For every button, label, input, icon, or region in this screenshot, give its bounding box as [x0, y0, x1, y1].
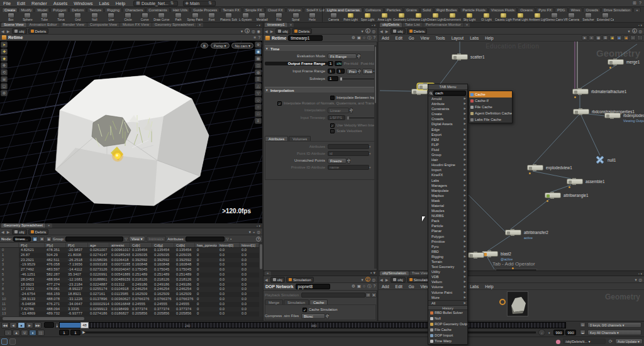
shelf-tool-tube[interactable]: Tube: [36, 12, 53, 23]
tab-menu-category-polygon[interactable]: Polygon▶: [428, 234, 467, 239]
network-menu-view[interactable]: View: [417, 36, 432, 40]
nav-root-chip[interactable]: obj: [391, 277, 405, 282]
auto-key-icon[interactable]: ⬧: [29, 330, 36, 336]
sim-toggle-icon[interactable]: ♟: [13, 330, 20, 336]
tab-menu-category-houdini-engine[interactable]: Houdini Engine▶: [428, 162, 467, 167]
tab-menu-history-file-cache[interactable]: File Cache: [428, 327, 467, 333]
tab-menu-category-nurbs[interactable]: NURBS▶: [428, 213, 467, 218]
stop-button[interactable]: ■: [18, 322, 25, 328]
tab-menu-category-fem[interactable]: FEM▶: [428, 137, 467, 142]
snap-icon[interactable]: ⊞: [1, 76, 8, 82]
shelf-tool-geometry-light[interactable]: Geometry Light: [393, 12, 410, 23]
section-interpolation[interactable]: Interpolation: [265, 87, 376, 92]
key-all-channels-dropdown[interactable]: Key All Channels ▾: [587, 330, 641, 335]
simulation-network-pane[interactable]: obj/SimulationTree View+▪ ▾ ◀▶ obj Simul…: [379, 271, 644, 321]
tab-menu-result-labs-file-cache[interactable]: Labs File Cache: [469, 116, 512, 123]
shelf-tab-polygon[interactable]: Polygon: [50, 8, 69, 12]
timeline-track[interactable]: 48 240480720: [59, 322, 566, 328]
dopnet-tab-merge[interactable]: Merge: [265, 299, 283, 304]
vis-icon[interactable]: ≡: [255, 118, 262, 124]
vertices-view-icon[interactable]: ✱: [39, 237, 45, 242]
forward-icon[interactable]: ▶: [269, 29, 275, 33]
shelf-tool-switcher[interactable]: Switcher: [580, 12, 597, 23]
pane-menu-icon[interactable]: ▪ ▾: [638, 23, 644, 27]
shelf-tab-volume[interactable]: Volume: [286, 8, 303, 12]
menu-assets[interactable]: Assets: [50, 1, 71, 6]
select-icon[interactable]: ▣: [357, 284, 361, 289]
attributes-filter-field[interactable]: [186, 237, 225, 242]
tab-menu-category-terrain[interactable]: Terrain▶: [428, 259, 467, 264]
info-icon[interactable]: ⓘ: [367, 35, 372, 41]
tab-menu-category-pack[interactable]: Pack▶: [428, 218, 467, 223]
shelf-tool-area-light[interactable]: Area Light: [376, 12, 393, 23]
range-slider-handle[interactable]: ▶: [82, 330, 86, 334]
spinner-icon[interactable]: ▲▼: [347, 158, 350, 164]
wire-icon[interactable]: ○: [255, 104, 262, 110]
node-unnamed[interactable]: [468, 252, 484, 258]
select-icon[interactable]: ➤: [1, 42, 8, 48]
shelf-tool-box[interactable]: Box: [3, 12, 19, 23]
column-header-num[interactable]: [0, 243, 19, 247]
shelf-tab-cloud-fx[interactable]: Cloud FX: [265, 8, 286, 12]
table-row[interactable]: 3-19.9529476.058-7.136560.00931830.00072…: [0, 262, 259, 267]
network-menu-tools[interactable]: Tools: [432, 36, 448, 40]
chevron-down-icon[interactable]: ▾: [361, 29, 363, 33]
shelf-tab-lights-and-cameras[interactable]: Lights and Cameras: [325, 8, 362, 12]
shelf-tab-viscous-fluids[interactable]: Viscous Fluids: [489, 8, 517, 12]
nav-root-chip[interactable]: obj: [391, 28, 405, 34]
pane-tab-geometry-spreadsheet[interactable]: Geometry Spreadsheet: [152, 23, 196, 27]
state-icon[interactable]: ◆: [1, 55, 8, 62]
pin-icon[interactable]: ◉: [257, 29, 260, 33]
tab-menu-category-mask[interactable]: Mask▶: [428, 198, 467, 203]
pane-tab-performance-monitor[interactable]: Performance Monitor: [423, 23, 464, 27]
shelf-tool-environment-light[interactable]: Environment Light: [444, 12, 461, 23]
node-assemble1[interactable]: [567, 179, 583, 184]
handles-icon[interactable]: ✥: [1, 62, 8, 69]
split-icon[interactable]: ◫: [255, 62, 262, 69]
keyframe-options-icon[interactable]: ▤: [580, 322, 586, 327]
tab-menu-category-import[interactable]: Import▶: [428, 167, 467, 172]
tab-menu-history-rbd-bullet-solver[interactable]: RBD Bullet Solver: [428, 310, 467, 316]
view-icon[interactable]: ⟲: [1, 69, 8, 75]
shelf-tab-pdg[interactable]: PDG: [555, 8, 568, 12]
shelf-tool-spot-light[interactable]: Spot Light: [359, 12, 376, 23]
shelf-tab-particles[interactable]: Particles: [384, 8, 403, 12]
tab-menu-result-agent-definition-cache[interactable]: Agent Definition Cache: [469, 110, 512, 116]
chevron-down-icon[interactable]: ▾: [361, 277, 363, 282]
shelf-tool-spray-paint[interactable]: Spray Paint: [187, 12, 204, 23]
range-bracket-icon[interactable]: [ ]: [37, 330, 45, 336]
global-end-field[interactable]: 990: [565, 330, 576, 335]
dopnet-tab-cache[interactable]: Cache: [309, 299, 328, 304]
pre-hold-dropdown[interactable]: Pre-Hold: [347, 69, 357, 74]
shelf-tab-constraints[interactable]: Constraints: [146, 8, 169, 12]
select-icon[interactable]: ▣: [357, 35, 361, 41]
shelf-tool-circle[interactable]: Circle: [119, 12, 136, 23]
snapshot-badge[interactable]: B: [201, 43, 208, 48]
node-scatter1[interactable]: [452, 54, 468, 60]
shelf-tool-portal-light[interactable]: Portal Light: [512, 12, 529, 23]
checkbox-checked[interactable]: ✓: [277, 101, 282, 106]
shelf-tool-grid[interactable]: Grid: [69, 12, 86, 23]
node-merge1[interactable]: [608, 59, 624, 65]
tab-menu-category-digital-assets[interactable]: Digital Assets▶: [428, 121, 467, 126]
nav-root-chip[interactable]: obj: [270, 277, 285, 282]
tab-menu-category-volume[interactable]: Volume▶: [428, 284, 467, 289]
spinner-icon[interactable]: ▲▼: [357, 53, 360, 59]
output-range-start-field[interactable]: 1: [328, 61, 333, 66]
tab-menu-category-utility[interactable]: Utility▶: [428, 269, 467, 274]
shelf-tab-oceans[interactable]: Oceans: [518, 8, 535, 12]
nav-node-chip[interactable]: Debris: [28, 229, 49, 235]
spinner-icon[interactable]: ▲▼: [358, 69, 361, 74]
shelf-tool-helix[interactable]: Helix: [304, 12, 321, 23]
shelf-tool-sky-light[interactable]: Sky Light: [461, 12, 478, 23]
table-row[interactable]: 628.0453488.994-12.16810.01888610.004891…: [0, 277, 259, 282]
tab-menu-category-constraints[interactable]: Constraints▶: [428, 106, 467, 111]
viewport-3d[interactable]: B Persp ▾ No cam ▾ >120.0fps: [0, 41, 262, 223]
shelf-tool-l-system[interactable]: L-System: [237, 12, 254, 23]
play-button[interactable]: ▶: [26, 322, 33, 328]
output-range-end-field[interactable]: ch("out: [335, 61, 341, 66]
shelf-tool-distant-light[interactable]: Distant Light: [427, 12, 444, 23]
shelf-tool-torus[interactable]: Torus: [53, 12, 70, 23]
tab-menu-category-volume-paint[interactable]: Volume Paint▶: [428, 290, 467, 295]
tab-menu-category-rbd[interactable]: RBD▶: [428, 249, 467, 254]
